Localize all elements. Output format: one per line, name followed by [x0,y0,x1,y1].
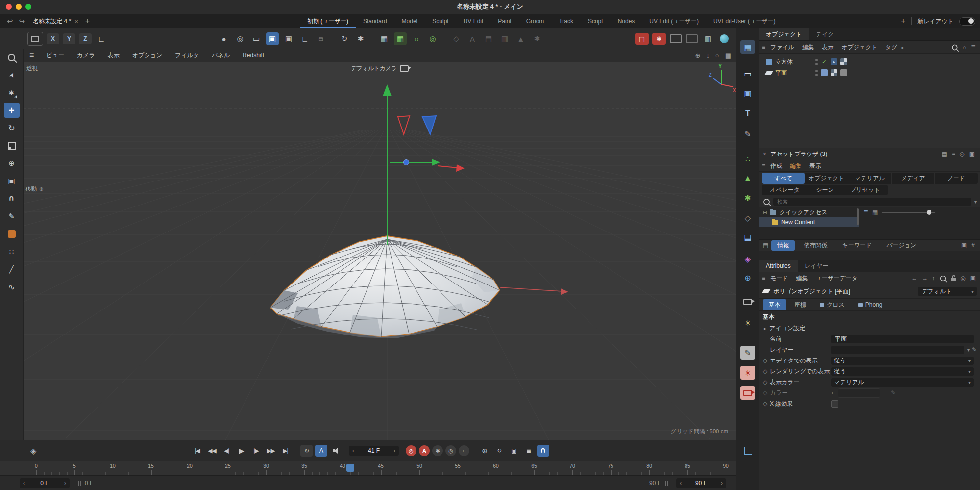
keyframe-selection-button[interactable]: ⊕ [478,445,490,457]
zoom-tool-icon[interactable] [4,50,20,65]
color-expand-icon[interactable]: › [831,389,833,396]
workplane-grid-icon[interactable]: ▦ [378,32,391,45]
layout-tab-groom[interactable]: Groom [519,14,552,28]
info-hash-icon[interactable]: # [971,242,975,249]
tab-materials[interactable]: マテリアル [848,173,891,184]
ab-menu-edit[interactable]: 編集 [786,161,806,171]
record-selection-button[interactable]: ◎ [445,445,456,456]
hook-tool-icon[interactable]: ✎ [740,127,755,141]
gizmo-plane-handle-blue[interactable] [422,116,436,134]
model-mode-icon[interactable]: ● [218,32,230,45]
particles-icon[interactable]: ∴ [740,152,755,166]
y-axis-lock-button[interactable]: Y [63,33,75,44]
om-menu-edit[interactable]: 編集 [798,42,818,52]
isoline-icon[interactable]: ▤ [482,32,495,45]
attr-menu-edit[interactable]: 編集 [792,273,812,284]
list-view-icon[interactable]: ≣ [863,209,868,216]
default-light-icon[interactable]: ☀ [740,366,755,380]
z-axis-lock-button[interactable]: Z [79,33,92,44]
document-tab[interactable]: 名称未設定 4 * × [33,17,78,26]
asset-search-input[interactable] [773,198,971,206]
live-selection-tool-icon[interactable]: ✱ ➤ [4,85,20,100]
cycle-keys-button[interactable]: ↻ [493,445,505,457]
workplane-mode-icon[interactable]: ▭ [250,32,263,45]
icon-settings-group[interactable]: ▸ アイコン設定 [759,323,980,334]
tab-versions[interactable]: バージョン [881,240,922,251]
range-start-field[interactable]: ‹ 0 F › [20,478,70,488]
snap-grid-icon[interactable]: ▦ [394,32,407,45]
uv-tag-icon[interactable] [840,58,847,65]
tab-objects[interactable]: オブジェクト [759,28,809,40]
collapse-icon[interactable]: ⊟ [763,210,767,215]
viewport-menu-view[interactable]: ビュー [40,52,71,60]
tab-all[interactable]: すべて [762,173,805,184]
layer-field[interactable] [831,346,964,354]
autokey-button[interactable]: A [419,445,430,456]
undo-icon[interactable]: ↩ [4,17,16,26]
tab-nodes[interactable]: ノード [935,173,978,184]
layout-tab-standard[interactable]: Standard [356,14,394,28]
layout-tab-uvedit-user[interactable]: UV Edit (ユーザー) [642,14,706,28]
visibility-dots[interactable] [815,59,818,65]
knife-tool-icon[interactable]: ╱ [4,262,20,277]
layout-manager-icon[interactable]: ▦ [740,40,755,54]
current-frame-field[interactable]: ‹ 41 F › [349,446,399,456]
viewport-menu-icon[interactable]: ≡ [24,51,40,60]
view-layout-icon[interactable]: ▦ [725,52,731,59]
tab-attributes[interactable]: Attributes [759,260,798,272]
editor-visibility-dropdown[interactable]: 従う▾ [831,357,974,365]
volume-icon[interactable]: ◇ [740,211,755,225]
attr-menu-icon[interactable]: ≡ [762,275,765,282]
team-render-button[interactable] [718,32,731,45]
light-object-icon[interactable]: ☀ [740,316,755,330]
tab-dependencies[interactable]: 依存関係 [798,240,833,251]
tab-info[interactable]: 情報 [771,240,795,251]
ab-viewmode-icon[interactable]: ▤ [942,151,947,157]
rotate-tool-icon[interactable]: ↻ [4,121,20,135]
edit-render-settings-button[interactable] [669,32,682,45]
go-to-start-button[interactable]: |◀ [191,445,203,457]
spline-pen-tool-icon[interactable]: ∿ [4,280,20,294]
layout-tab-uvedit[interactable]: UV Edit [456,14,491,28]
search-dropdown-icon[interactable]: ▾ [974,199,977,205]
layout-tab-uvedituser2[interactable]: UVEdit-User (ユーザー) [706,14,783,28]
layout-tab-model[interactable]: Model [394,14,425,28]
object-row-cube[interactable]: 立方体 ✓ ▲ [759,56,980,67]
tree-item-new-content[interactable]: New Content [759,217,869,227]
layout-tab-script[interactable]: Script [581,14,611,28]
deformed-edit-icon[interactable]: ▥ [498,32,511,45]
ab-sort-icon[interactable]: ≡ [952,151,955,157]
timeline-key-icon[interactable]: ◈ [30,446,36,456]
plane-mesh[interactable] [270,236,500,338]
om-menu-icon[interactable]: ≡ [762,44,765,51]
layout-tab-startup[interactable]: 初期 (ユーザー) [300,14,356,28]
layout-tab-track[interactable]: Track [551,14,581,28]
scale-tool-icon[interactable] [4,138,20,153]
brush-tool-icon[interactable]: ✎ [4,209,20,224]
x-axis-lock-button[interactable]: X [47,33,59,44]
viewport-menu-filter[interactable]: フィルタ [169,52,205,60]
attr-target-icon[interactable]: ◎ [960,275,965,282]
ab-menu-view[interactable]: 表示 [806,161,825,171]
view-history-icon[interactable]: ○ [715,52,719,59]
record-keyframe-button[interactable]: ◎ [406,445,416,456]
layer-edit-icon[interactable]: ✎ [972,346,977,353]
tab-takes[interactable]: テイク [809,28,841,40]
point-mode-icon[interactable]: ∟ [298,32,311,45]
attr-menu-mode[interactable]: モード [766,273,792,284]
pan-view-icon[interactable]: ⊕ [695,52,700,59]
render-view-button[interactable]: ▤ [635,33,649,45]
render-visibility-dropdown[interactable]: 従う▾ [831,367,974,376]
close-window-button[interactable] [6,4,12,10]
polygon-tag-icon[interactable]: ▲ [831,58,837,65]
tab-objects[interactable]: オブジェクト [805,173,848,184]
anim-dot-icon[interactable]: ◇ [763,400,770,407]
loop-playback-button[interactable]: ↻ [300,445,313,457]
tab-keywords[interactable]: キーワード [836,240,878,251]
object-row-plane[interactable]: 平面 [759,67,980,78]
component-dots-icon[interactable]: ∷ [4,244,20,259]
go-to-previous-frame-button[interactable]: ◀| [220,445,233,457]
ab-menu-create[interactable]: 作成 [766,161,786,171]
camera-label[interactable]: デフォルトカメラ [24,65,736,72]
ab-target-icon[interactable]: ◎ [959,151,964,157]
